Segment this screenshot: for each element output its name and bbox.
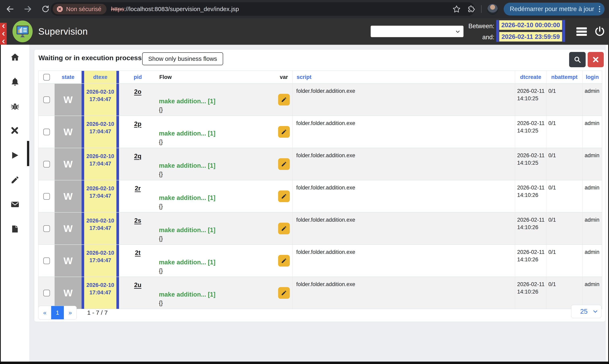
logout-power-button[interactable]: [594, 26, 605, 37]
table-row: W 2026-02-10 17:04:47 2p make addition..…: [39, 116, 602, 148]
pid-cell: 2p: [119, 116, 157, 148]
pid-link[interactable]: 2t: [135, 249, 141, 256]
flow-link[interactable]: make addition... [1]: [159, 98, 275, 105]
next-page-button[interactable]: »: [64, 306, 77, 319]
close-search-button[interactable]: [588, 52, 604, 67]
header-var: var: [275, 71, 292, 83]
row-checkbox[interactable]: [43, 258, 50, 264]
refresh-button[interactable]: [41, 5, 50, 13]
column-bar: [81, 71, 84, 83]
back-icon: [6, 5, 14, 13]
flow-link[interactable]: make addition... [1]: [159, 162, 275, 169]
security-badge[interactable]: Non sécurisé: [53, 4, 106, 14]
current-page-button[interactable]: 1: [51, 306, 64, 319]
sidebar-item-messages[interactable]: [11, 200, 20, 209]
sidebar-item-documents[interactable]: [11, 224, 20, 234]
flow-link[interactable]: make addition... [1]: [159, 291, 275, 298]
edit-var-icon: [281, 161, 287, 167]
profile-avatar[interactable]: [487, 4, 498, 14]
power-icon: [594, 26, 605, 37]
prev-page-button[interactable]: «: [39, 306, 51, 319]
search-button[interactable]: [569, 52, 586, 67]
table-row: W 2026-02-10 17:04:47 2r make addition..…: [39, 180, 602, 212]
page-scrollbar[interactable]: [605, 45, 608, 362]
flow-vars: {}: [159, 300, 275, 306]
process-card: Waiting or in execution process Show onl…: [34, 49, 606, 322]
page-size-select[interactable]: 25: [571, 305, 601, 318]
back-button[interactable]: [6, 5, 14, 13]
pid-link[interactable]: 2u: [134, 281, 141, 288]
flow-vars: {}: [159, 203, 275, 210]
select-all-checkbox[interactable]: [43, 74, 50, 80]
edit-var-button[interactable]: [278, 223, 290, 234]
flow-cell: make addition... [1] {}: [157, 277, 275, 309]
dtexe-cell: 2026-02-10 17:04:47: [84, 180, 116, 212]
edit-var-button[interactable]: [278, 287, 290, 299]
edit-var-button[interactable]: [278, 190, 290, 202]
update-restart-label: Redémarrer pour mettre à jour: [510, 5, 594, 13]
pagesize-chevron-icon: [592, 308, 598, 314]
kebab-menu-icon[interactable]: [599, 6, 600, 12]
row-checkbox[interactable]: [43, 161, 50, 168]
dtcreate-time: 14:10:25: [517, 159, 546, 167]
edit-var-button[interactable]: [278, 126, 290, 138]
show-business-flows-button[interactable]: Show only business flows: [142, 52, 223, 65]
pid-link[interactable]: 2s: [134, 217, 141, 224]
dtexe-time: 17:04:47: [84, 160, 116, 168]
collapse-panel-handle[interactable]: [0, 23, 7, 45]
sidebar-item-alerts[interactable]: [11, 77, 20, 86]
edit-var-button[interactable]: [278, 158, 290, 170]
edit-var-button[interactable]: [278, 255, 290, 267]
date-to-input[interactable]: [499, 32, 562, 42]
pid-cell: 2q: [119, 148, 157, 180]
edit-var-button[interactable]: [278, 94, 290, 105]
row-checkbox[interactable]: [43, 129, 50, 135]
sidebar-item-errors[interactable]: [11, 102, 20, 111]
pid-cell: 2t: [119, 245, 157, 277]
pid-link[interactable]: 2r: [135, 185, 141, 192]
pid-link[interactable]: 2p: [134, 120, 141, 128]
flow-filter-select[interactable]: [371, 26, 463, 37]
bookmark-star-button[interactable]: [452, 5, 461, 13]
header-dtexe[interactable]: dtexe: [93, 74, 107, 80]
header-script[interactable]: script: [297, 74, 312, 80]
date-from-input[interactable]: [499, 20, 562, 30]
flow-link[interactable]: make addition... [1]: [159, 194, 275, 202]
dtexe-date: 2026-02-10: [84, 249, 116, 257]
header-pid[interactable]: pid: [134, 74, 142, 80]
dtcreate-cell: 2026-02-11 14:10:26: [515, 245, 546, 277]
sidebar-scrollbar-thumb[interactable]: [27, 141, 29, 166]
row-checkbox[interactable]: [43, 290, 50, 296]
column-bar: [116, 116, 119, 148]
row-checkbox[interactable]: [43, 96, 50, 103]
var-cell: [275, 213, 292, 244]
var-cell: [275, 180, 292, 212]
flow-link[interactable]: make addition... [1]: [159, 226, 275, 234]
dtcreate-cell: 2026-02-11 14:10:26: [515, 277, 546, 309]
nbattempt-cell: 0/1: [546, 213, 583, 244]
update-restart-button[interactable]: Redémarrer pour mettre à jour: [504, 3, 605, 15]
header-state[interactable]: state: [62, 74, 74, 80]
flow-link[interactable]: make addition... [1]: [159, 130, 275, 137]
pid-link[interactable]: 2o: [134, 88, 141, 95]
header-nbattempt[interactable]: nbattempt: [551, 74, 578, 80]
pid-link[interactable]: 2q: [134, 153, 141, 160]
sidebar-item-run[interactable]: [11, 151, 20, 160]
header-login[interactable]: login: [586, 74, 599, 80]
row-checkbox[interactable]: [43, 193, 50, 200]
address-bar[interactable]: Non sécurisé https://localhost:8083/supe…: [51, 2, 475, 16]
header-dtcreate[interactable]: dtcreate: [520, 74, 541, 80]
extensions-button[interactable]: [467, 5, 476, 13]
flow-link[interactable]: make addition... [1]: [159, 259, 275, 266]
edit-var-icon: [281, 225, 287, 232]
row-checkbox[interactable]: [43, 225, 50, 232]
forward-button[interactable]: [23, 5, 32, 13]
sidebar-item-cancel[interactable]: [11, 126, 20, 135]
sidebar-item-edit[interactable]: [11, 175, 20, 184]
home-icon: [11, 52, 20, 62]
dtexe-time: 17:04:47: [84, 128, 116, 135]
hamburger-menu-button[interactable]: [576, 27, 587, 36]
flow-vars: {}: [159, 235, 275, 242]
state-cell: W: [54, 180, 81, 212]
sidebar-item-home[interactable]: [11, 52, 20, 62]
